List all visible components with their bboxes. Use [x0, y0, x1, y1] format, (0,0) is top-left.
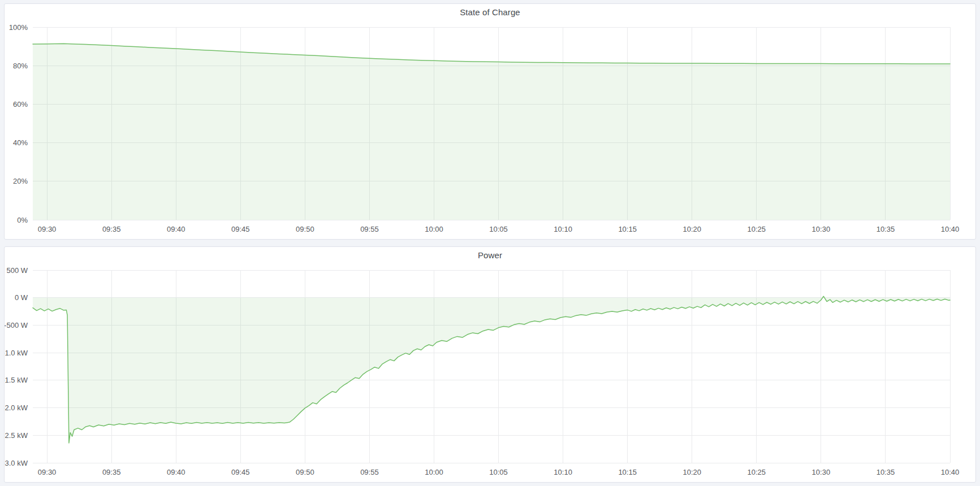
y-tick-label: -1.5 kW [5, 376, 28, 384]
series-fill [33, 44, 950, 220]
y-tick-label: -3.0 kW [5, 459, 28, 467]
x-tick-label: 10:00 [425, 468, 443, 476]
panel-power: Power 500 W0 W-500 W-1.0 kW-1.5 kW-2.0 k… [4, 246, 976, 483]
y-tick-label: 20% [13, 177, 28, 185]
x-tick-label: 10:20 [683, 468, 701, 476]
x-tick-label: 10:25 [748, 468, 766, 476]
x-tick-label: 10:30 [812, 468, 831, 476]
state-of-charge-chart-area: 100%80%60%40%20%0%09:3009:3509:4009:4509… [5, 20, 975, 239]
x-tick-label: 09:50 [296, 225, 314, 233]
y-tick-label: 500 W [6, 266, 28, 275]
state-of-charge-chart[interactable]: 100%80%60%40%20%0%09:3009:3509:4009:4509… [5, 20, 975, 239]
y-tick-label: 100% [9, 23, 28, 32]
x-tick-label: 10:05 [489, 468, 508, 476]
x-tick-label: 10:40 [941, 468, 960, 476]
x-tick-label: 09:40 [167, 225, 185, 233]
power-panel-title: Power [5, 247, 975, 263]
series-fill [33, 296, 950, 443]
x-tick-label: 09:35 [102, 225, 121, 233]
x-tick-label: 10:35 [877, 225, 895, 233]
state-of-charge-panel-title: State of Charge [5, 4, 975, 20]
x-tick-label: 10:10 [554, 225, 572, 233]
x-tick-label: 10:15 [618, 468, 637, 476]
x-tick-label: 10:30 [812, 225, 831, 233]
x-tick-label: 09:45 [231, 468, 250, 476]
x-tick-label: 09:40 [167, 468, 185, 476]
x-tick-label: 09:35 [102, 468, 121, 476]
x-tick-label: 09:45 [231, 225, 250, 233]
power-chart-area: 500 W0 W-500 W-1.0 kW-1.5 kW-2.0 kW-2.5 … [5, 263, 975, 482]
x-tick-label: 10:20 [683, 225, 701, 233]
power-chart[interactable]: 500 W0 W-500 W-1.0 kW-1.5 kW-2.0 kW-2.5 … [5, 263, 975, 482]
x-tick-label: 10:10 [554, 468, 572, 476]
x-tick-label: 09:55 [360, 225, 379, 233]
x-tick-label: 09:30 [38, 225, 57, 233]
x-tick-label: 09:30 [38, 468, 57, 476]
y-tick-label: -1.0 kW [5, 349, 28, 357]
y-tick-label: 80% [13, 62, 28, 70]
x-tick-label: 10:05 [489, 225, 508, 233]
y-tick-label: -500 W [5, 321, 28, 329]
y-tick-label: -2.5 kW [5, 431, 28, 440]
y-tick-label: 60% [13, 100, 28, 109]
x-tick-label: 10:40 [941, 225, 960, 233]
x-tick-label: 10:15 [618, 225, 637, 233]
x-tick-label: 09:50 [296, 468, 314, 476]
y-tick-label: 0% [17, 216, 28, 224]
y-tick-label: -2.0 kW [5, 403, 28, 412]
x-tick-label: 10:35 [877, 468, 895, 476]
x-tick-label: 10:25 [748, 225, 766, 233]
panel-state-of-charge: State of Charge 100%80%60%40%20%0%09:300… [4, 3, 976, 240]
y-tick-label: 0 W [15, 293, 28, 302]
y-tick-label: 40% [13, 138, 28, 147]
x-tick-label: 10:00 [425, 225, 443, 233]
x-tick-label: 09:55 [360, 468, 379, 476]
